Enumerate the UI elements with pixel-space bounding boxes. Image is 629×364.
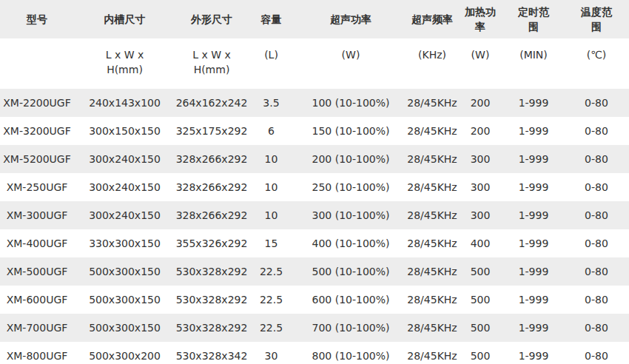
product-spec-table: 型号 内槽尺寸 外形尺寸 容量 超声功率 超声频率 加热功率 定时范围 温度范围… [0, 0, 629, 364]
table-cell: 400 (10-100%) [295, 229, 407, 257]
table-row: XM-600UGF500x300x150530x328x29222.5600 (… [0, 286, 629, 314]
table-cell: 28/45KHz [407, 286, 457, 314]
table-cell: 10 [248, 201, 295, 229]
table-cell: 15 [248, 229, 295, 257]
table-cell: XM-800UGF [0, 342, 74, 364]
table-cell: 28/45KHz [407, 201, 457, 229]
table-row: XM-400UGF330x300x150355x326x29215400 (10… [0, 229, 629, 257]
table-cell: 800 (10-100%) [295, 342, 407, 364]
table-cell: 328x266x292 [175, 201, 248, 229]
table-cell: 300 [457, 145, 503, 173]
table-row: XM-5200UGF300x240x150328x266x29210200 (1… [0, 145, 629, 173]
unit-outer-size-text: L x W x H(mm) [188, 47, 235, 78]
table-cell: XM-5200UGF [0, 145, 74, 173]
table-cell: 22.5 [248, 286, 295, 314]
table-cell: 300x150x150 [74, 117, 175, 145]
table-cell: 700 (10-100%) [295, 314, 407, 342]
table-cell: 300 [457, 201, 503, 229]
col-header-timer-range-text: 定时范围 [517, 4, 551, 35]
table-cell: 325x175x292 [175, 117, 248, 145]
col-header-model: 型号 [0, 0, 74, 38]
col-header-temp-range: 温度范围 [564, 0, 629, 38]
table-cell: 500 [457, 286, 503, 314]
table-cell: 355x326x292 [175, 229, 248, 257]
table-cell: 1-999 [503, 286, 564, 314]
table-cell: 1-999 [503, 229, 564, 257]
table-cell: 500x300x150 [74, 286, 175, 314]
table-cell: 240x143x100 [74, 89, 175, 117]
table-cell: 0-80 [564, 173, 629, 201]
unit-temp-range: (℃) [564, 38, 629, 89]
unit-inner-size: L x W x H(mm) [74, 38, 175, 89]
table-header: 型号 内槽尺寸 外形尺寸 容量 超声功率 超声频率 加热功率 定时范围 温度范围… [0, 0, 629, 89]
table-row: XM-2200UGF240x143x100264x162x2423.5100 (… [0, 89, 629, 117]
table-cell: 0-80 [564, 257, 629, 286]
table-cell: 530x328x292 [175, 314, 248, 342]
table-cell: 0-80 [564, 89, 629, 117]
table-cell: XM-250UGF [0, 173, 74, 201]
table-cell: 150 (10-100%) [295, 117, 407, 145]
table-cell: 400 [457, 229, 503, 257]
table-cell: 1-999 [503, 145, 564, 173]
table-cell: 500 [457, 314, 503, 342]
table-cell: 6 [248, 117, 295, 145]
table-cell: 30 [248, 342, 295, 364]
table-row: XM-800UGF500x300x200530x328x34230800 (10… [0, 342, 629, 364]
table-cell: 28/45KHz [407, 229, 457, 257]
col-header-inner-size: 内槽尺寸 [74, 0, 175, 38]
table-cell: 0-80 [564, 314, 629, 342]
table-cell: 328x266x292 [175, 145, 248, 173]
table-cell: XM-2200UGF [0, 89, 74, 117]
table-cell: 300x240x150 [74, 201, 175, 229]
table-cell: 10 [248, 145, 295, 173]
table-cell: 28/45KHz [407, 314, 457, 342]
table-cell: XM-700UGF [0, 314, 74, 342]
table-cell: 500 (10-100%) [295, 257, 407, 286]
unit-model [0, 38, 74, 89]
table-cell: 0-80 [564, 342, 629, 364]
table-cell: 0-80 [564, 286, 629, 314]
table-cell: 328x266x292 [175, 173, 248, 201]
table-cell: 1-999 [503, 117, 564, 145]
table-cell: 28/45KHz [407, 173, 457, 201]
table-cell: 300 (10-100%) [295, 201, 407, 229]
table-cell: 530x328x292 [175, 286, 248, 314]
table-cell: 330x300x150 [74, 229, 175, 257]
table-cell: XM-600UGF [0, 286, 74, 314]
unit-us-power: (W) [295, 38, 407, 89]
table-cell: 1-999 [503, 201, 564, 229]
table-cell: 200 (10-100%) [295, 145, 407, 173]
table-cell: 300 [457, 173, 503, 201]
table-cell: 1-999 [503, 314, 564, 342]
table-cell: 0-80 [564, 201, 629, 229]
table-cell: 1-999 [503, 173, 564, 201]
table-cell: 500x300x150 [74, 257, 175, 286]
table-cell: 28/45KHz [407, 342, 457, 364]
col-header-heat-power: 加热功率 [457, 0, 503, 38]
col-header-us-power: 超声功率 [295, 0, 407, 38]
table-row: XM-3200UGF300x150x150325x175x2926150 (10… [0, 117, 629, 145]
table-cell: 28/45KHz [407, 89, 457, 117]
table-cell: 100 (10-100%) [295, 89, 407, 117]
table-row: XM-700UGF500x300x150530x328x29222.5700 (… [0, 314, 629, 342]
col-header-heat-power-text: 加热功率 [463, 4, 497, 35]
table-cell: 300x240x150 [74, 145, 175, 173]
table-cell: 500x300x150 [74, 314, 175, 342]
unit-inner-size-text: L x W x H(mm) [101, 47, 149, 78]
table-cell: XM-400UGF [0, 229, 74, 257]
header-row-labels: 型号 内槽尺寸 外形尺寸 容量 超声功率 超声频率 加热功率 定时范围 温度范围 [0, 0, 629, 38]
col-header-temp-range-text: 温度范围 [579, 4, 613, 35]
unit-us-freq: (KHz) [407, 38, 457, 89]
table-cell: 22.5 [248, 257, 295, 286]
table-row: XM-500UGF500x300x150530x328x29222.5500 (… [0, 257, 629, 286]
col-header-outer-size: 外形尺寸 [175, 0, 248, 38]
table-cell: 530x328x342 [175, 342, 248, 364]
col-header-capacity: 容量 [248, 0, 295, 38]
table-cell: XM-300UGF [0, 201, 74, 229]
table-row: XM-250UGF300x240x150328x266x29210250 (10… [0, 173, 629, 201]
col-header-timer-range: 定时范围 [503, 0, 564, 38]
col-header-us-freq: 超声频率 [407, 0, 457, 38]
table-cell: 500 [457, 342, 503, 364]
table-cell: 200 [457, 117, 503, 145]
table-body: XM-2200UGF240x143x100264x162x2423.5100 (… [0, 89, 629, 364]
